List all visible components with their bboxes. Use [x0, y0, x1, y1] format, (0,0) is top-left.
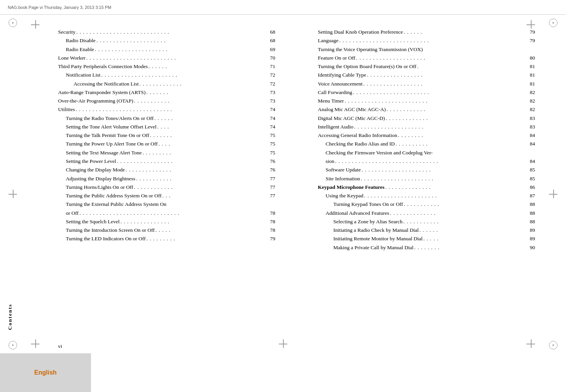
- toc-dots: . . . . . . . . . . . . . . . . . . . . …: [354, 123, 525, 131]
- toc-dots: . . . . . . . . . . . . . . . . . . . . …: [101, 71, 265, 79]
- toc-entry: Checking the Radio Alias and ID . . . . …: [318, 140, 535, 148]
- toc-title: Call Forwarding: [318, 88, 352, 97]
- toc-page: 73: [266, 97, 275, 105]
- toc-entry: Analog Mic AGC (Mic AGC-A) . . . . . . .…: [318, 105, 535, 114]
- header-bar: NAG.book Page vi Thursday, January 3, 20…: [0, 0, 566, 15]
- toc-page: 88: [525, 217, 535, 226]
- toc-page: 81: [525, 62, 535, 71]
- toc-title: Checking the Firmware Version and Codepl…: [326, 149, 433, 157]
- english-tab-label: English: [34, 369, 57, 376]
- toc-entry: Turning the Option Board Feature(s) On o…: [318, 62, 535, 71]
- toc-title: Third Party Peripherals Connection Modes: [58, 62, 148, 71]
- toc-page: 73: [266, 88, 275, 97]
- toc-title: Notification List: [66, 71, 101, 79]
- toc-dots: . . . . . . . . . . . . .: [386, 114, 525, 123]
- toc-entry: Keypad Microphone Features . . . . . . .…: [318, 183, 535, 192]
- toc-dots: . . . . . .: [419, 226, 525, 235]
- toc-entry: Turning Horns/Lights On or Off . . . . .…: [58, 183, 275, 192]
- toc-entry: Turning the Power Up Alert Tone On or Of…: [58, 140, 275, 148]
- toc-page: 75: [266, 131, 275, 140]
- toc-entry: Setting the Power Level . . . . . . . . …: [58, 157, 275, 166]
- toc-title: Setting Dual Knob Operation Preference: [318, 28, 403, 36]
- toc-title: Lone Worker: [58, 54, 86, 62]
- toc-title: Turning Horns/Lights On or Off: [66, 183, 133, 192]
- toc-title: Keypad Microphone Features: [318, 183, 384, 192]
- toc-entry: Turning the LED Indicators On or Off . .…: [58, 235, 275, 243]
- toc-dots: . . . . . . . . . . . . . . . . . .: [364, 80, 525, 88]
- toc-dots: . . . . .: [155, 226, 265, 235]
- toc-title: Additional Advanced Features: [326, 209, 389, 217]
- toc-title: Analog Mic AGC (Mic AGC-A): [318, 105, 386, 114]
- toc-entry: Accessing the Notification List . . . . …: [58, 80, 275, 88]
- toc-entry: Identifying Cable Type . . . . . . . . .…: [318, 71, 535, 79]
- toc-entry: Setting the Text Message Alert Tone . . …: [58, 149, 275, 157]
- toc-title: Turning Keypad Tones On or Off: [333, 200, 403, 209]
- toc-dots: . . . . . . . . . . . . . . . . . . . . …: [96, 36, 265, 45]
- toc-dots: . . . . . . . . . . . . . . . . . . . . …: [345, 97, 525, 105]
- toc-page: 89: [525, 235, 535, 243]
- toc-dots: . . . . . . . . . . . . . .: [390, 209, 525, 217]
- toc-dots: . . . . . . .: [150, 131, 265, 140]
- toc-dots: . . . . . . . . . . . . . . .: [120, 217, 265, 226]
- toc-title: Making a Private Call by Manual Dial: [333, 243, 413, 252]
- toc-entry: Site Information . . . . . . . . . . . .…: [318, 175, 535, 183]
- toc-page: 89: [525, 226, 535, 235]
- toc-title: Turning the External Public Address Syst…: [66, 200, 166, 209]
- toc-page: 78: [266, 217, 275, 226]
- toc-title: Setting the Power Level: [66, 157, 116, 166]
- toc-entry: Accessing General Radio Information . . …: [318, 131, 535, 140]
- toc-dots: . . . . . . . . . . . . . .: [126, 166, 265, 174]
- toc-entry: Initiating a Radio Check by Manual Dial …: [318, 226, 535, 235]
- page-container: NAG.book Page vi Thursday, January 3, 20…: [0, 0, 566, 392]
- toc-page: 82: [525, 97, 535, 105]
- toc-dots: . . . . . . . . . . . . . . . . . . . . …: [335, 157, 525, 166]
- toc-dots: . . . . . . . . . .: [396, 140, 525, 148]
- left-toc-column: Security . . . . . . . . . . . . . . . .…: [0, 16, 287, 392]
- toc-title: Turning the Public Address System On or …: [66, 192, 161, 200]
- toc-entry: Turning the External Public Address Syst…: [58, 200, 275, 209]
- toc-dots: . . . . . . . . . . . . . . . . . . . . …: [361, 175, 525, 183]
- toc-page: 72: [266, 71, 275, 79]
- toc-dots: . . . . . . . . . . . . . . . . . . . . …: [362, 166, 525, 174]
- toc-page: 74: [266, 114, 275, 123]
- toc-page: 83: [525, 114, 535, 123]
- toc-dots: . . . . . . . . . . . . . . . . . . . . …: [86, 54, 265, 62]
- toc-dots: . . . . . . . . . . . . . . . . . . . . …: [364, 192, 525, 200]
- toc-title: Menu Timer: [318, 97, 344, 105]
- toc-dots: . . . . . . . . . . . . . . . . . . . . …: [95, 45, 265, 54]
- toc-entry: Using the Keypad . . . . . . . . . . . .…: [318, 192, 535, 200]
- toc-entry: Third Party Peripherals Connection Modes…: [58, 62, 275, 71]
- toc-page: 68: [266, 28, 275, 36]
- toc-page: 80: [525, 54, 535, 62]
- toc-title: Setting the Squelch Level: [66, 217, 120, 226]
- toc-page: 88: [525, 200, 535, 209]
- toc-title: Initiating a Radio Check by Manual Dial: [333, 226, 418, 235]
- toc-dots: . . . . . . . .: [414, 243, 525, 252]
- toc-title: Turning the LED Indicators On or Off: [66, 235, 146, 243]
- toc-title: Identifying Cable Type: [318, 71, 366, 79]
- toc-page: 76: [266, 166, 275, 174]
- toc-title: or Off: [66, 209, 79, 217]
- toc-entry: Menu Timer . . . . . . . . . . . . . . .…: [318, 97, 535, 105]
- toc-page: 79: [525, 36, 535, 45]
- toc-title: Initiating Remote Monitor by Manual Dial: [333, 235, 423, 243]
- toc-page: 77: [266, 183, 275, 192]
- toc-page: 82: [525, 105, 535, 114]
- toc-page: 70: [266, 54, 275, 62]
- toc-entry: Security . . . . . . . . . . . . . . . .…: [58, 28, 275, 36]
- toc-dots: . . . . . . . . . . . . . . . . .: [367, 71, 525, 79]
- toc-title: Turning the Talk Permit Tone On or Off: [66, 131, 149, 140]
- toc-page: 74: [266, 105, 275, 114]
- english-tab[interactable]: English: [0, 353, 91, 392]
- toc-title: Site Information: [326, 175, 360, 183]
- toc-dots: . . . . . . . . . . . . . . . . . . . . …: [353, 88, 525, 97]
- toc-entry: sion . . . . . . . . . . . . . . . . . .…: [318, 157, 535, 166]
- toc-page: 79: [525, 28, 535, 36]
- toc-title: Radio Enable: [66, 45, 94, 54]
- toc-title: Voice Announcement: [318, 80, 363, 88]
- toc-dots: . . . . . . . . . . .: [134, 97, 265, 105]
- toc-page: 72: [266, 80, 275, 88]
- toc-entry: Turning the Talk Permit Tone On or Off .…: [58, 131, 275, 140]
- toc-page: 83: [525, 123, 535, 131]
- toc-page: 75: [266, 149, 275, 157]
